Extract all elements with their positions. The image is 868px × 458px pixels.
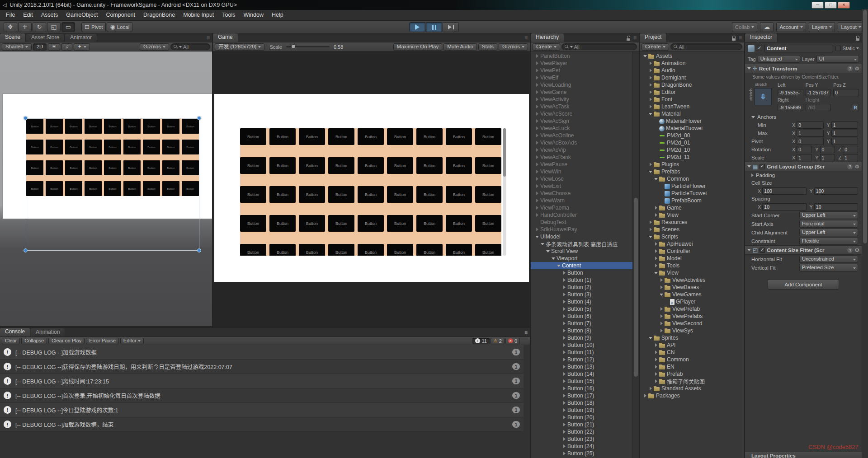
console-log-row[interactable]: ![-- DEBUG LOG --]离线时间:17:23:151: [0, 374, 524, 388]
grid-layout-group-header[interactable]: ▦ Grid Layout Group (Scr ?⚙: [745, 162, 862, 171]
chevron-right-icon[interactable]: [534, 183, 540, 189]
chevron-right-icon[interactable]: [648, 162, 653, 167]
ui-button[interactable]: Button: [104, 181, 121, 196]
selection-handle[interactable]: [24, 248, 28, 252]
padding-foldout[interactable]: Padding: [745, 171, 862, 179]
hierarchy-item[interactable]: Button (10): [531, 341, 639, 349]
max-y-field[interactable]: 1: [831, 130, 858, 137]
help-icon[interactable]: ?: [847, 66, 853, 71]
pane-menu-icon[interactable]: ≡: [524, 330, 528, 335]
ui-button[interactable]: Button: [387, 215, 413, 232]
ui-button[interactable]: Button: [446, 186, 472, 203]
ui-button[interactable]: Button: [387, 244, 413, 256]
chevron-right-icon[interactable]: [561, 422, 567, 427]
chevron-right-icon[interactable]: [642, 393, 648, 398]
create-button[interactable]: Create: [642, 43, 669, 51]
console-log-row[interactable]: ![-- DEBUG LOG --]今日登陆游戏的次数:11: [0, 403, 524, 417]
hierarchy-item[interactable]: ViewWin: [531, 168, 639, 175]
ui-button[interactable]: Button: [65, 119, 82, 134]
project-item[interactable]: ParticleTuowei: [640, 190, 744, 197]
shaded-dropdown[interactable]: Shaded: [2, 43, 32, 51]
chevron-right-icon[interactable]: [653, 342, 659, 348]
ui-button[interactable]: Button: [65, 160, 82, 175]
hierarchy-item[interactable]: Button (22): [531, 428, 639, 435]
pos-y-field[interactable]: -1.257037: [806, 89, 831, 96]
ui-button[interactable]: Button: [26, 140, 43, 154]
console-log-row[interactable]: ![-- DEBUG LOG --]获得保存的登陆游戏日期，用来判断今日是否登陆…: [0, 360, 524, 374]
chevron-right-icon[interactable]: [653, 379, 659, 384]
hierarchy-item[interactable]: Button (23): [531, 435, 639, 443]
pivot-y-field[interactable]: 1: [831, 138, 858, 145]
min-x-field[interactable]: 0: [797, 122, 823, 129]
ui-button[interactable]: Button: [299, 128, 325, 145]
tab-hierarchy[interactable]: Hierarchy: [531, 33, 564, 42]
error-pause-toggle[interactable]: Error Pause: [86, 338, 119, 344]
chevron-right-icon[interactable]: [534, 118, 540, 124]
ui-button[interactable]: Button: [358, 186, 384, 203]
hierarchy-item[interactable]: ViewActivity: [531, 96, 639, 103]
ui-button[interactable]: Button: [358, 244, 384, 256]
hierarchy-item[interactable]: ViewAcVip: [531, 146, 639, 154]
spacing-x-field[interactable]: 10: [762, 203, 806, 210]
hierarchy-item[interactable]: Button (24): [531, 443, 639, 450]
hierarchy-item[interactable]: Button (14): [531, 370, 639, 378]
chevron-right-icon[interactable]: [561, 393, 567, 398]
component-enabled-checkbox[interactable]: [760, 164, 765, 169]
chevron-right-icon[interactable]: [534, 198, 540, 203]
ui-button[interactable]: Button: [299, 244, 325, 256]
chevron-right-icon[interactable]: [561, 386, 567, 391]
chevron-right-icon[interactable]: [561, 371, 567, 377]
chevron-right-icon[interactable]: [534, 82, 540, 88]
help-icon[interactable]: ?: [847, 248, 853, 253]
project-item[interactable]: Packages: [640, 392, 744, 399]
ui-button[interactable]: Button: [143, 160, 160, 175]
chevron-right-icon[interactable]: [659, 306, 664, 312]
ui-button[interactable]: Button: [387, 157, 413, 174]
chevron-right-icon[interactable]: [648, 82, 653, 88]
ui-button[interactable]: Button: [123, 140, 141, 154]
ui-button[interactable]: Button: [85, 140, 102, 154]
slider-thumb[interactable]: [291, 44, 296, 49]
chevron-right-icon[interactable]: [648, 220, 653, 225]
hierarchy-item[interactable]: Button (16): [531, 385, 639, 392]
project-item[interactable]: Scenes: [640, 226, 744, 233]
chevron-right-icon[interactable]: [534, 169, 540, 174]
inspector-scrollbar[interactable]: [862, 9, 868, 458]
scrollbar-thumb[interactable]: [863, 10, 867, 243]
chevron-down-icon[interactable]: [534, 234, 540, 239]
project-item[interactable]: View: [640, 269, 744, 276]
menu-item-edit[interactable]: Edit: [19, 10, 37, 20]
chevron-right-icon[interactable]: [653, 357, 659, 362]
ui-button[interactable]: Button: [475, 157, 501, 174]
menu-item-window[interactable]: Window: [240, 10, 268, 20]
project-item[interactable]: Standard Assets: [640, 385, 744, 392]
ui-button[interactable]: Button: [104, 119, 121, 134]
ui-button[interactable]: Button: [328, 186, 354, 203]
tab-animation[interactable]: Animation: [31, 328, 65, 336]
project-item[interactable]: DragonBone: [640, 81, 744, 89]
chevron-right-icon[interactable]: [561, 342, 567, 348]
ui-button[interactable]: Button: [475, 128, 501, 145]
foldout-open-icon[interactable]: [747, 67, 751, 70]
chevron-right-icon[interactable]: [534, 205, 540, 210]
ui-button[interactable]: Button: [240, 157, 266, 174]
project-item[interactable]: Common: [640, 356, 744, 363]
ui-button[interactable]: Button: [240, 244, 266, 256]
chevron-down-icon[interactable]: [551, 256, 556, 261]
hierarchy-item[interactable]: Button (15): [531, 378, 639, 385]
raw-mode-button[interactable]: R: [852, 104, 859, 111]
project-item[interactable]: CN: [640, 349, 744, 356]
component-enabled-checkbox[interactable]: [760, 248, 765, 253]
chevron-right-icon[interactable]: [561, 313, 567, 319]
chevron-right-icon[interactable]: [561, 429, 567, 435]
ui-button[interactable]: Button: [162, 140, 179, 154]
scene-gizmos-dropdown[interactable]: Gizmos: [140, 43, 169, 51]
chevron-right-icon[interactable]: [534, 53, 540, 59]
chevron-right-icon[interactable]: [534, 111, 540, 117]
tag-dropdown[interactable]: Untagged: [758, 55, 800, 63]
horizontal-fit-dropdown[interactable]: Unconstrained: [799, 255, 858, 263]
hierarchy-item[interactable]: HandController: [531, 211, 639, 219]
hierarchy-item[interactable]: Button (6): [531, 313, 639, 320]
anchor-preset-button[interactable]: [755, 88, 772, 105]
ui-button[interactable]: Button: [358, 157, 384, 174]
